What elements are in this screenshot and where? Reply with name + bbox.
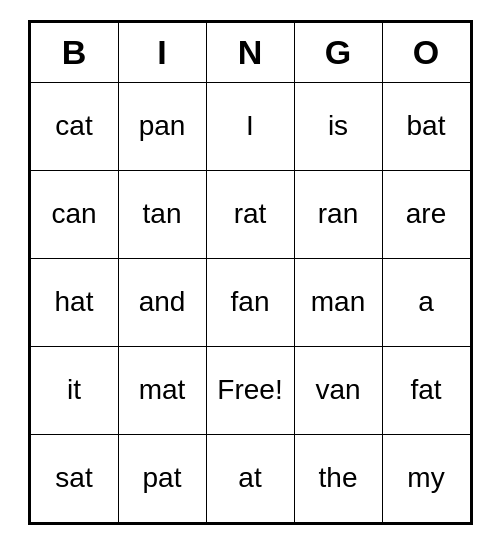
cell-r1-c0: can xyxy=(30,170,118,258)
cell-r3-c3: van xyxy=(294,346,382,434)
cell-r3-c1: mat xyxy=(118,346,206,434)
table-row: cantanratranare xyxy=(30,170,470,258)
cell-r4-c4: my xyxy=(382,434,470,522)
cell-r4-c0: sat xyxy=(30,434,118,522)
header-o: O xyxy=(382,22,470,82)
cell-r0-c0: cat xyxy=(30,82,118,170)
cell-r1-c3: ran xyxy=(294,170,382,258)
cell-r3-c2: Free! xyxy=(206,346,294,434)
cell-r2-c0: hat xyxy=(30,258,118,346)
cell-r0-c1: pan xyxy=(118,82,206,170)
cell-r3-c0: it xyxy=(30,346,118,434)
header-i: I xyxy=(118,22,206,82)
header-row: B I N G O xyxy=(30,22,470,82)
cell-r1-c2: rat xyxy=(206,170,294,258)
cell-r1-c4: are xyxy=(382,170,470,258)
table-row: itmatFree!vanfat xyxy=(30,346,470,434)
cell-r0-c2: I xyxy=(206,82,294,170)
bingo-table: B I N G O catpanIisbatcantanratranarehat… xyxy=(30,22,471,523)
cell-r3-c4: fat xyxy=(382,346,470,434)
header-g: G xyxy=(294,22,382,82)
cell-r4-c1: pat xyxy=(118,434,206,522)
cell-r2-c1: and xyxy=(118,258,206,346)
table-row: catpanIisbat xyxy=(30,82,470,170)
cell-r1-c1: tan xyxy=(118,170,206,258)
table-row: hatandfanmana xyxy=(30,258,470,346)
cell-r0-c3: is xyxy=(294,82,382,170)
bingo-card: B I N G O catpanIisbatcantanratranarehat… xyxy=(28,20,473,525)
cell-r4-c2: at xyxy=(206,434,294,522)
cell-r2-c4: a xyxy=(382,258,470,346)
cell-r2-c3: man xyxy=(294,258,382,346)
table-row: satpatatthemy xyxy=(30,434,470,522)
cell-r0-c4: bat xyxy=(382,82,470,170)
cell-r4-c3: the xyxy=(294,434,382,522)
header-n: N xyxy=(206,22,294,82)
cell-r2-c2: fan xyxy=(206,258,294,346)
header-b: B xyxy=(30,22,118,82)
